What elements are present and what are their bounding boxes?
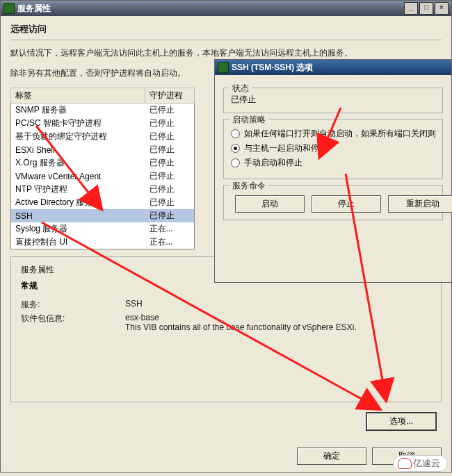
col-label[interactable]: 标签: [11, 88, 145, 104]
row-label: PC/SC 智能卡守护进程: [11, 117, 145, 130]
watermark: 亿速云: [393, 455, 448, 472]
row-label: Active Directory 服务: [11, 196, 145, 209]
package-key: 软件包信息:: [21, 313, 125, 332]
table-row[interactable]: SNMP 服务器已停止: [11, 104, 195, 117]
status-legend: 状态: [229, 83, 252, 95]
row-daemon: 已停止: [145, 104, 195, 117]
ssh-options-dialog: SSH (TSM-SSH) 选项 状态 已停止 启动策略 如果任何端口打开则自动…: [214, 59, 452, 283]
policy-1-label: 如果任何端口打开则自动启动，如果所有端口关闭则停止: [244, 128, 435, 140]
radio-icon: [231, 158, 240, 167]
table-row[interactable]: X.Org 服务器已停止: [11, 156, 195, 170]
row-daemon: 正在...: [145, 222, 195, 236]
service-commands-group: 服务命令 启动 停止 重新启动: [223, 185, 443, 220]
row-daemon: 已停止: [145, 170, 195, 183]
row-label: VMware vCenter Agent: [11, 170, 145, 183]
section-title: 远程访问: [10, 23, 442, 35]
child-titlebar[interactable]: SSH (TSM-SSH) 选项: [215, 60, 451, 75]
radio-icon: [231, 129, 240, 138]
service-key: 服务:: [21, 299, 125, 311]
row-label: ESXi Shell: [11, 143, 145, 156]
col-daemon[interactable]: 守护进程: [145, 88, 195, 104]
table-row[interactable]: PC/SC 智能卡守护进程已停止: [11, 117, 195, 130]
restart-button[interactable]: 重新启动: [388, 195, 452, 213]
row-label: X.Org 服务器: [11, 156, 145, 170]
row-daemon: 已停止: [145, 143, 195, 156]
table-row[interactable]: 基于负载的绑定守护进程已停止: [11, 130, 195, 143]
policy-option-3[interactable]: 手动启动和停止: [231, 157, 435, 169]
window-title: 服务属性: [17, 3, 51, 15]
services-list[interactable]: 标签 守护进程 SNMP 服务器已停止PC/SC 智能卡守护进程已停止基于负载的…: [10, 88, 195, 249]
policy-2-label: 与主机一起启动和停止: [244, 142, 328, 154]
row-daemon: 已停止: [145, 183, 195, 196]
props-legend: 服务属性: [21, 265, 54, 274]
row-daemon: 已停止: [145, 117, 195, 130]
maximize-button[interactable]: □: [419, 2, 433, 15]
startup-policy-group: 启动策略 如果任何端口打开则自动启动，如果所有端口关闭则停止 与主机一起启动和停…: [223, 119, 443, 179]
row-label: 直接控制台 UI: [11, 236, 145, 249]
status-value: 已停止: [231, 94, 435, 106]
package-value-1: esx-base: [125, 313, 357, 322]
row-daemon: 已停止: [145, 196, 195, 209]
options-button[interactable]: 选项...: [366, 413, 436, 430]
table-row[interactable]: Syslog 服务器正在...: [11, 222, 195, 236]
policy-3-label: 手动启动和停止: [244, 157, 302, 169]
minimize-button[interactable]: _: [404, 2, 418, 15]
start-button[interactable]: 启动: [235, 195, 305, 213]
row-label: Syslog 服务器: [11, 222, 145, 236]
table-row[interactable]: ESXi Shell已停止: [11, 143, 195, 156]
table-row[interactable]: SSH已停止: [11, 209, 195, 222]
radio-icon: [231, 144, 240, 153]
child-window-title: SSH (TSM-SSH) 选项: [232, 62, 313, 74]
app-icon: [3, 3, 15, 14]
row-label: NTP 守护进程: [11, 183, 145, 196]
app-icon: [218, 62, 229, 73]
table-row[interactable]: Active Directory 服务已停止: [11, 196, 195, 209]
table-row[interactable]: VMware vCenter Agent已停止: [11, 170, 195, 183]
table-row[interactable]: 直接控制台 UI正在...: [11, 236, 195, 249]
row-daemon: 已停止: [145, 156, 195, 170]
row-label: SNMP 服务器: [11, 104, 145, 117]
policy-legend: 启动策略: [229, 114, 268, 126]
row-label: SSH: [11, 209, 145, 222]
cmds-legend: 服务命令: [229, 180, 268, 192]
policy-option-2[interactable]: 与主机一起启动和停止: [231, 142, 435, 154]
titlebar[interactable]: 服务属性 _ □ ×: [1, 1, 451, 16]
row-daemon: 正在...: [145, 236, 195, 249]
close-button[interactable]: ×: [435, 2, 449, 15]
policy-option-1[interactable]: 如果任何端口打开则自动启动，如果所有端口关闭则停止: [231, 128, 435, 140]
package-value-2: This VIB contains all of the base functi…: [125, 322, 357, 332]
row-label: 基于负载的绑定守护进程: [11, 130, 145, 143]
row-daemon: 已停止: [145, 209, 195, 222]
row-daemon: 已停止: [145, 130, 195, 143]
status-group: 状态 已停止: [223, 88, 443, 113]
description-line-1: 默认情况下，远程客户端无法访问此主机上的服务，本地客户端无法访问远程主机上的服务…: [10, 47, 442, 59]
ok-button[interactable]: 确定: [297, 448, 366, 465]
stop-button[interactable]: 停止: [312, 195, 381, 213]
service-value: SSH: [125, 299, 143, 311]
table-row[interactable]: NTP 守护进程已停止: [11, 183, 195, 196]
